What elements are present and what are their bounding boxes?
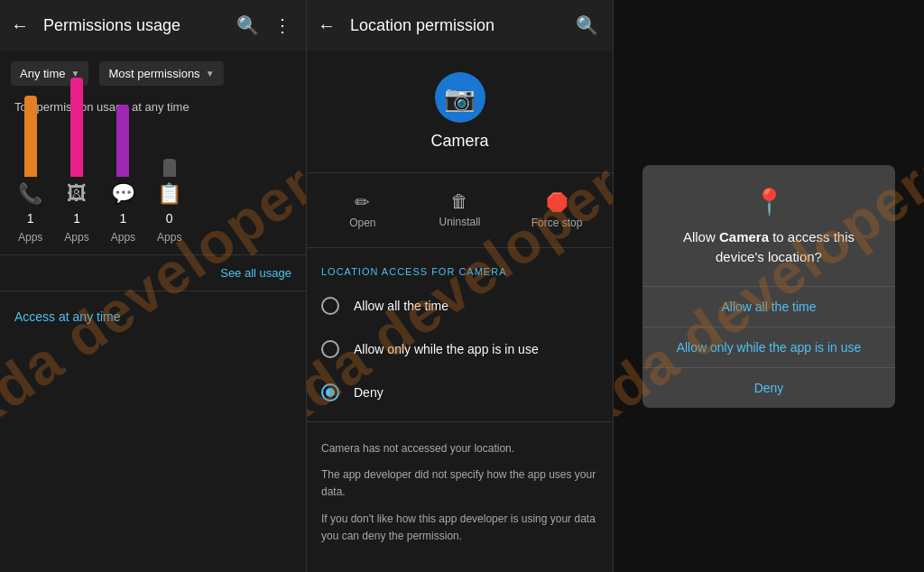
dialog-btn-deny[interactable]: Deny xyxy=(642,368,895,408)
app-icon: 📷 xyxy=(435,72,485,123)
app-header: 📷 Camera xyxy=(307,51,613,165)
open-label: Open xyxy=(349,217,375,229)
app-actions-row: ✏ Open 🗑 Uninstall 🛑 Force stop xyxy=(307,180,613,240)
dialog-btn-allow-in-use[interactable]: Allow only while the app is in use xyxy=(642,328,895,368)
radio-allow-in-use[interactable]: Allow only while the app is in use xyxy=(307,328,613,371)
access-at-any-time-link[interactable]: Access at any time xyxy=(0,299,306,328)
bar-icon-3: 📋 xyxy=(157,182,181,206)
bar-col-3: 📋 0 Apps xyxy=(157,159,181,244)
open-icon: ✏ xyxy=(355,191,370,213)
radio-label-1: Allow only while the app is in use xyxy=(354,342,539,356)
bar-apps-3: Apps xyxy=(157,231,181,244)
radio-deny[interactable]: Deny xyxy=(307,371,613,414)
divider-actions xyxy=(307,247,613,248)
bar-apps-2: Apps xyxy=(111,231,135,244)
dialog-title-prefix: Allow xyxy=(683,229,719,244)
bar-0 xyxy=(24,96,37,177)
location-dialog: 📍 Allow Camera to access this device's l… xyxy=(642,165,895,408)
view-details-link[interactable]: View detailed permissions usage xyxy=(307,565,613,572)
bar-count-3: 0 xyxy=(166,211,173,226)
bar-icon-2: 💬 xyxy=(111,182,135,206)
back-icon-2[interactable]: ← xyxy=(310,12,343,40)
dialog-app-name: Camera xyxy=(719,229,769,244)
bar-1 xyxy=(70,78,83,177)
see-all-usage-link[interactable]: See all usage xyxy=(0,263,306,283)
bar-count-2: 1 xyxy=(120,211,127,226)
uninstall-icon: 🗑 xyxy=(450,191,468,212)
search-icon-2[interactable]: 🔍 xyxy=(568,11,605,40)
open-action[interactable]: ✏ Open xyxy=(331,191,394,229)
bar-col-0: 📞 1 Apps xyxy=(18,96,42,244)
dialog-panel: xda developers 📍 Allow Camera to access … xyxy=(614,0,924,572)
chart-label: Top permission usage at any time xyxy=(0,97,306,121)
divider-options xyxy=(307,421,613,422)
radio-allow-all-time[interactable]: Allow all the time xyxy=(307,284,613,328)
permissions-usage-panel: xda developers ← Permissions usage 🔍 ⋮ A… xyxy=(0,0,307,572)
camera-icon: 📷 xyxy=(444,83,476,113)
bar-chart: 📞 1 Apps 🖼 1 Apps 💬 1 Apps 📋 0 Apps xyxy=(0,121,306,247)
bar-count-1: 1 xyxy=(73,211,80,226)
uninstall-action[interactable]: 🗑 Uninstall xyxy=(428,191,491,229)
bar-icon-1: 🖼 xyxy=(67,182,87,206)
dialog-title: Allow Camera to access this device's loc… xyxy=(664,227,873,268)
info-p-1: The app developer did not specify how th… xyxy=(321,466,598,501)
permission-filter-arrow-icon: ▼ xyxy=(206,69,215,78)
dialog-btn-allow-all-time[interactable]: Allow all the time xyxy=(642,287,895,328)
radio-circle-1 xyxy=(321,340,339,358)
bar-apps-0: Apps xyxy=(18,231,42,244)
radio-circle-0 xyxy=(321,297,339,315)
top-bar-panel2: ← Location permission 🔍 xyxy=(307,0,613,51)
info-p-0: Camera has not accessed your location. xyxy=(321,440,598,457)
info-p-2: If you don't like how this app developer… xyxy=(321,511,598,545)
panel1-title: Permissions usage xyxy=(43,16,229,35)
radio-label-2: Deny xyxy=(354,385,383,400)
bar-2 xyxy=(116,105,129,177)
bar-3 xyxy=(163,159,176,177)
force-stop-action[interactable]: 🛑 Force stop xyxy=(525,191,588,229)
location-section-header: LOCATION ACCESS FOR CAMERA xyxy=(307,255,613,284)
uninstall-label: Uninstall xyxy=(439,216,480,228)
divider-app xyxy=(307,172,613,173)
permission-info: Camera has not accessed your location. T… xyxy=(307,429,613,565)
time-filter-label: Any time xyxy=(20,67,66,80)
permission-filter-label: Most permissions xyxy=(108,67,199,80)
divider-1 xyxy=(0,254,306,255)
bar-col-1: 🖼 1 Apps xyxy=(64,78,88,244)
top-bar-panel1: ← Permissions usage 🔍 ⋮ xyxy=(0,0,306,51)
force-stop-icon: 🛑 xyxy=(546,191,568,213)
location-permission-panel: xda developers ← Location permission 🔍 📷… xyxy=(307,0,614,572)
permission-filter-dropdown[interactable]: Most permissions ▼ xyxy=(99,61,223,86)
bar-count-0: 1 xyxy=(27,211,34,226)
divider-2 xyxy=(0,291,306,291)
location-pin-icon: 📍 xyxy=(664,187,873,217)
more-icon[interactable]: ⋮ xyxy=(266,11,299,40)
search-icon[interactable]: 🔍 xyxy=(229,11,266,40)
radio-circle-2 xyxy=(321,383,339,401)
back-icon[interactable]: ← xyxy=(4,12,36,40)
bar-icon-0: 📞 xyxy=(18,182,42,206)
radio-label-0: Allow all the time xyxy=(354,299,448,313)
app-name: Camera xyxy=(430,132,488,151)
panel2-title: Location permission xyxy=(350,16,568,35)
bar-col-2: 💬 1 Apps xyxy=(111,105,135,244)
force-stop-label: Force stop xyxy=(531,217,583,229)
dialog-content: 📍 Allow Camera to access this device's l… xyxy=(642,165,895,286)
bar-apps-1: Apps xyxy=(64,231,88,244)
filter-row: Any time ▼ Most permissions ▼ xyxy=(0,51,306,97)
